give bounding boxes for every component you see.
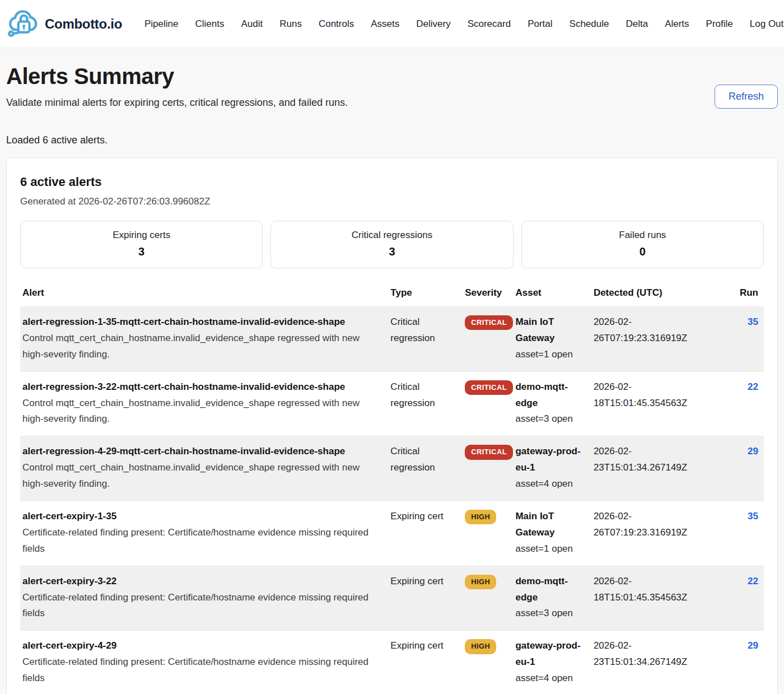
- top-header: Combotto.io PipelineClientsAuditRunsCont…: [0, 0, 784, 48]
- brand-name: Combotto.io: [45, 16, 122, 32]
- main-nav: PipelineClientsAuditRunsControlsAssetsDe…: [122, 18, 783, 30]
- alert-description: Certificate-related finding present: Cer…: [22, 654, 382, 687]
- table-header-row: Alert Type Severity Asset Detected (UTC)…: [20, 283, 764, 307]
- nav-link-controls[interactable]: Controls: [319, 18, 354, 30]
- nav-link-log-out[interactable]: Log Out: [750, 18, 784, 30]
- asset-detail: asset=3 open: [515, 605, 585, 622]
- alert-type: Expiring cert: [388, 631, 463, 694]
- nav-link-schedule[interactable]: Schedule: [570, 18, 609, 30]
- stat-label: Expiring certs: [26, 230, 256, 241]
- stat-value: 3: [277, 245, 507, 258]
- cloud-lock-logo-icon: [7, 7, 39, 41]
- col-run: Run: [723, 283, 764, 307]
- col-alert: Alert: [20, 283, 388, 307]
- brand: Combotto.io: [7, 7, 122, 41]
- nav-link-audit[interactable]: Audit: [241, 18, 263, 30]
- alert-description: Control mqtt_cert_chain_hostname.invalid…: [22, 395, 382, 428]
- detected-time: 2026-02-23T15:01:34.267149Z: [591, 631, 723, 694]
- alert-description: Control mqtt_cert_chain_hostname.invalid…: [22, 460, 382, 492]
- alert-type: Expiring cert: [388, 501, 463, 566]
- table-row: alert-cert-expiry-3-22Certificate-relate…: [20, 566, 764, 631]
- run-link[interactable]: 22: [748, 576, 758, 586]
- nav-link-delta[interactable]: Delta: [626, 18, 648, 30]
- alert-name: alert-cert-expiry-3-22: [22, 574, 382, 590]
- stat-boxes: Expiring certs 3 Critical regressions 3 …: [20, 221, 764, 268]
- main-content: Alerts Summary Validate minimal alerts f…: [0, 48, 784, 694]
- run-link[interactable]: 29: [748, 640, 758, 651]
- col-severity: Severity: [463, 283, 513, 307]
- alert-type: Critical regression: [388, 371, 463, 436]
- alert-name: alert-cert-expiry-4-29: [22, 638, 382, 654]
- severity-badge: CRITICAL: [465, 315, 513, 330]
- page-subtitle: Validate minimal alerts for expiring cer…: [6, 97, 348, 109]
- nav-link-clients[interactable]: Clients: [195, 18, 225, 30]
- stat-value: 3: [26, 245, 256, 258]
- nav-link-portal[interactable]: Portal: [528, 18, 552, 30]
- alerts-table-body: alert-regression-1-35-mqtt-cert-chain-ho…: [20, 307, 764, 694]
- run-link[interactable]: 35: [748, 511, 758, 521]
- alert-type: Critical regression: [388, 307, 463, 372]
- asset-name: gateway-prod-eu-1: [515, 444, 585, 476]
- asset-name: Main IoT Gateway: [515, 314, 585, 347]
- severity-badge: HIGH: [465, 575, 496, 589]
- nav-link-pipeline[interactable]: Pipeline: [144, 18, 179, 30]
- asset-name: demo-mqtt-edge: [515, 379, 585, 412]
- table-row: alert-regression-1-35-mqtt-cert-chain-ho…: [20, 307, 764, 372]
- asset-detail: asset=4 open: [515, 476, 585, 492]
- status-line: Loaded 6 active alerts.: [6, 134, 778, 146]
- alert-name: alert-regression-3-22-mqtt-cert-chain-ho…: [22, 379, 382, 395]
- page-head-text: Alerts Summary Validate minimal alerts f…: [6, 58, 348, 109]
- alert-description: Control mqtt_cert_chain_hostname.invalid…: [22, 330, 382, 363]
- col-type: Type: [388, 283, 463, 307]
- alerts-card: 6 active alerts Generated at 2026-02-26T…: [6, 157, 778, 694]
- asset-name: gateway-prod-eu-1: [515, 638, 585, 670]
- stat-label: Failed runs: [528, 230, 758, 241]
- col-detected: Detected (UTC): [591, 283, 723, 307]
- nav-link-alerts[interactable]: Alerts: [665, 18, 689, 30]
- nav-link-scorecard[interactable]: Scorecard: [468, 18, 511, 30]
- detected-time: 2026-02-18T15:01:45.354563Z: [591, 371, 723, 436]
- run-link[interactable]: 29: [748, 446, 758, 457]
- run-link[interactable]: 35: [748, 316, 758, 327]
- alert-description: Certificate-related finding present: Cer…: [22, 525, 382, 557]
- alert-name: alert-cert-expiry-1-35: [22, 509, 382, 525]
- detected-time: 2026-02-18T15:01:45.354563Z: [591, 566, 723, 631]
- asset-detail: asset=1 open: [515, 541, 585, 557]
- stat-label: Critical regressions: [277, 230, 507, 241]
- stat-value: 0: [528, 245, 758, 258]
- generated-at: Generated at 2026-02-26T07:26:03.996082Z: [20, 196, 764, 207]
- alert-type: Expiring cert: [388, 566, 463, 631]
- detected-time: 2026-02-23T15:01:34.267149Z: [591, 436, 723, 501]
- detected-time: 2026-02-26T07:19:23.316919Z: [591, 307, 723, 372]
- nav-link-assets[interactable]: Assets: [371, 18, 399, 30]
- stat-expiring-certs: Expiring certs 3: [20, 221, 263, 268]
- table-row: alert-cert-expiry-4-29Certificate-relate…: [20, 631, 764, 694]
- asset-name: demo-mqtt-edge: [515, 574, 585, 606]
- card-title: 6 active alerts: [20, 175, 764, 189]
- severity-badge: HIGH: [465, 510, 496, 524]
- alerts-table: Alert Type Severity Asset Detected (UTC)…: [20, 283, 764, 694]
- table-row: alert-cert-expiry-1-35Certificate-relate…: [20, 501, 764, 566]
- nav-link-profile[interactable]: Profile: [706, 18, 733, 30]
- refresh-button[interactable]: Refresh: [715, 85, 778, 109]
- severity-badge: HIGH: [465, 639, 496, 654]
- alert-type: Critical regression: [388, 436, 463, 501]
- nav-link-delivery[interactable]: Delivery: [416, 18, 450, 30]
- col-asset: Asset: [513, 283, 591, 307]
- alert-description: Certificate-related finding present: Cer…: [22, 590, 382, 622]
- detected-time: 2026-02-26T07:19:23.316919Z: [591, 501, 723, 566]
- asset-detail: asset=1 open: [515, 347, 585, 363]
- stat-failed-runs: Failed runs 0: [521, 221, 764, 268]
- page-head: Alerts Summary Validate minimal alerts f…: [6, 58, 778, 109]
- nav-link-runs[interactable]: Runs: [279, 18, 302, 30]
- alert-name: alert-regression-4-29-mqtt-cert-chain-ho…: [22, 444, 382, 460]
- table-row: alert-regression-3-22-mqtt-cert-chain-ho…: [20, 371, 764, 436]
- page-title: Alerts Summary: [6, 64, 348, 89]
- asset-detail: asset=4 open: [515, 670, 585, 687]
- table-row: alert-regression-4-29-mqtt-cert-chain-ho…: [20, 436, 764, 501]
- asset-detail: asset=3 open: [515, 411, 585, 427]
- severity-badge: CRITICAL: [465, 380, 513, 395]
- run-link[interactable]: 22: [748, 381, 758, 392]
- stat-critical-regressions: Critical regressions 3: [270, 221, 513, 268]
- alert-name: alert-regression-1-35-mqtt-cert-chain-ho…: [22, 314, 382, 330]
